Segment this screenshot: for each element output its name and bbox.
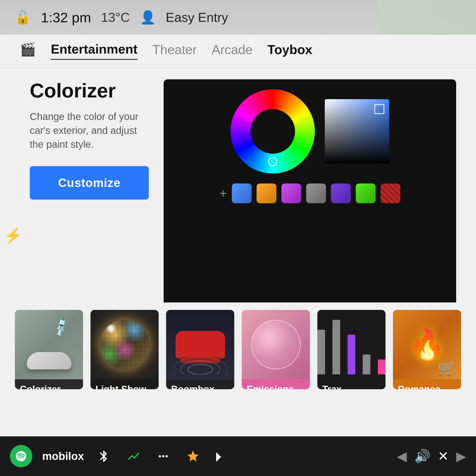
tab-arcade[interactable]: Arcade	[212, 40, 253, 60]
lock-icon: 🔓	[15, 10, 31, 25]
lightshow-card-label: Light Show	[90, 379, 159, 389]
color-wheel-container[interactable]	[231, 89, 315, 174]
color-wheel[interactable]	[231, 89, 315, 174]
color-gradient-picker[interactable]	[325, 99, 389, 164]
colorizer-card-image: 💉	[15, 310, 83, 379]
color-swatches: +	[219, 183, 400, 203]
bubble-large	[251, 320, 301, 369]
lightshow-card-image	[90, 310, 159, 379]
play-button[interactable]: ⏵	[213, 449, 226, 464]
svg-point-0	[188, 364, 213, 374]
eyedropper-icon: 💉	[49, 314, 74, 338]
swatch-violet[interactable]	[331, 183, 351, 203]
bottom-cards: 💉 Colorizer Light Show	[0, 302, 476, 397]
boombox-card-image	[166, 310, 234, 379]
boombox-card-label: Boombox	[166, 379, 234, 389]
tab-entertainment[interactable]: Entertainment	[51, 39, 138, 60]
easy-entry-label: Easy Entry	[166, 10, 228, 25]
card-emissions[interactable]: Emissions	[242, 310, 310, 389]
sound-rings-svg	[173, 355, 228, 374]
trax-card-image	[317, 310, 386, 379]
eq-bar-3	[348, 335, 355, 374]
colorizer-title: Colorizer	[30, 79, 149, 102]
main-content: 🎬 Entertainment Theater Arcade Toybox ⚡ …	[0, 35, 476, 436]
colorizer-card-label: Colorizer	[15, 379, 83, 389]
flame-icon: 🔥	[409, 327, 446, 362]
mobilox-label: mobilox	[42, 450, 84, 462]
navigation-bar: 🎬 Entertainment Theater Arcade Toybox	[0, 35, 476, 64]
disco-shine	[107, 325, 115, 332]
disco-grid	[100, 320, 149, 369]
color-wheel-inner	[250, 109, 295, 154]
romance-card-label: Romance	[393, 379, 461, 389]
lightning-icon: ⚡	[4, 227, 22, 244]
customize-button[interactable]: Customize	[30, 166, 149, 200]
swatch-green[interactable]	[356, 183, 376, 203]
card-boombox[interactable]: Boombox	[166, 310, 234, 389]
card-colorizer[interactable]: 💉 Colorizer	[15, 310, 83, 389]
wagon-icon: 🛒	[438, 359, 456, 377]
colorizer-description: Change the color of your car's exterior,…	[30, 110, 149, 151]
tab-theater[interactable]: Theater	[152, 40, 197, 60]
content-section: ⚡ Colorizer Change the color of your car…	[0, 64, 476, 342]
boombox-car	[176, 331, 225, 358]
swatch-blue[interactable]	[232, 183, 252, 203]
color-picker-area	[174, 89, 446, 174]
eq-bar-4	[363, 355, 370, 374]
swatch-orange[interactable]	[257, 183, 276, 203]
card-romance[interactable]: 🔥 🛒 Romance	[393, 310, 461, 389]
romance-card-image: 🔥 🛒	[393, 310, 461, 379]
svg-point-1	[180, 361, 220, 374]
time-display: 1:32 pm	[41, 9, 91, 26]
next-arrow[interactable]: ▶	[456, 449, 466, 464]
emissions-card-image	[242, 310, 310, 379]
swatch-purple[interactable]	[281, 183, 301, 203]
swatch-red[interactable]	[381, 183, 400, 203]
star-icon[interactable]	[183, 446, 203, 466]
card-trax[interactable]: Trax	[317, 310, 386, 389]
spotify-icon[interactable]	[10, 445, 32, 467]
left-panel: Colorizer Change the color of your car's…	[30, 79, 149, 327]
temperature-display: 13°C	[101, 10, 130, 25]
eq-bar-2	[332, 320, 340, 374]
eq-bar-1	[317, 330, 325, 374]
prev-arrow[interactable]: ◀	[397, 449, 407, 464]
add-swatch-button[interactable]: +	[219, 186, 227, 201]
tab-toybox[interactable]: Toybox	[268, 40, 312, 60]
disco-ball	[100, 320, 149, 369]
entertainment-icon: 🎬	[20, 42, 36, 57]
card-lightshow[interactable]: Light Show	[90, 310, 159, 389]
color-wheel-cursor[interactable]	[268, 157, 277, 166]
colorizer-car-shape	[27, 352, 71, 369]
map-background	[377, 0, 476, 35]
mute-button[interactable]: ✕	[438, 449, 449, 464]
color-picker-panel: +	[164, 79, 456, 327]
bluetooth-icon[interactable]	[94, 446, 114, 466]
taskbar-right-controls: ◀ 🔊 ✕ ▶	[397, 449, 466, 464]
status-bar: 🔓 1:32 pm 13°C 👤 Easy Entry	[0, 0, 476, 35]
person-icon: 👤	[140, 10, 156, 25]
gradient-cursor[interactable]	[374, 104, 384, 114]
trax-card-label: Trax	[317, 379, 386, 389]
emissions-card-label: Emissions	[242, 379, 310, 389]
eq-bar-5	[378, 359, 386, 374]
more-options-icon[interactable]	[153, 446, 173, 466]
volume-icon[interactable]: 🔊	[414, 449, 430, 464]
taskbar: mobilox ⏵ ◀ 🔊 ✕ ▶	[0, 436, 476, 476]
swatch-gray[interactable]	[306, 183, 326, 203]
graph-icon[interactable]	[124, 446, 144, 466]
